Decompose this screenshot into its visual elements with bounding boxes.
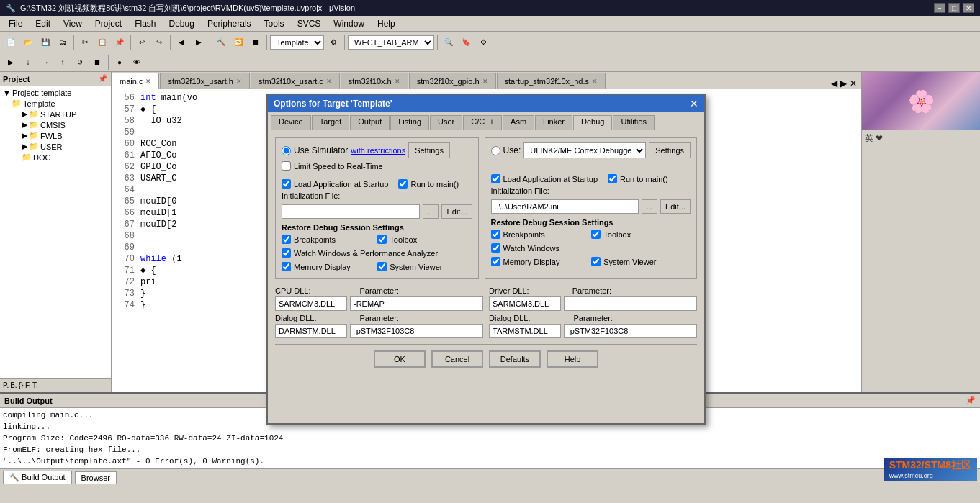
- tab-output[interactable]: Output: [350, 115, 390, 130]
- func-tab[interactable]: {} F.: [19, 381, 31, 389]
- menu-project[interactable]: Project: [89, 17, 127, 30]
- driver-dll-input[interactable]: [489, 296, 561, 311]
- paste-button[interactable]: 📌: [112, 35, 127, 50]
- nav-back-button[interactable]: ◀: [174, 35, 189, 50]
- tab-gpio-h-close[interactable]: ✕: [482, 78, 488, 85]
- tab-user[interactable]: User: [430, 115, 462, 130]
- run-to-main-checkbox[interactable]: [398, 179, 408, 189]
- modal-close-button[interactable]: ✕: [690, 98, 698, 109]
- menu-help[interactable]: Help: [372, 17, 401, 30]
- tab-usart-h-close[interactable]: ✕: [236, 78, 242, 85]
- init-file-edit-left[interactable]: Edit...: [441, 204, 472, 219]
- save-all-button[interactable]: 🗂: [55, 35, 71, 50]
- tab-usart-h[interactable]: stm32f10x_usart.h ✕: [160, 73, 250, 89]
- maximize-button[interactable]: □: [948, 3, 960, 13]
- init-file-input-left[interactable]: [282, 204, 420, 219]
- debug-start-button[interactable]: ▶: [3, 55, 19, 71]
- watch-windows-checkbox-right[interactable]: [491, 243, 500, 253]
- target-options-button[interactable]: ⚙: [325, 35, 341, 50]
- ok-button[interactable]: OK: [374, 350, 426, 368]
- tab-usart-c[interactable]: stm32f10x_usart.c ✕: [251, 73, 340, 89]
- open-file-button[interactable]: 📂: [20, 35, 36, 50]
- browser-tab[interactable]: Browser: [75, 471, 117, 484]
- tmpl-tab[interactable]: T.: [32, 381, 38, 389]
- tab-device[interactable]: Device: [271, 115, 311, 130]
- with-restrictions-link[interactable]: with restrictions: [351, 146, 405, 155]
- run-to-main-checkbox-right[interactable]: [608, 174, 617, 183]
- watch-windows-checkbox-left[interactable]: [282, 248, 291, 258]
- rebuild-button[interactable]: 🔁: [230, 35, 246, 50]
- cpu-param-input[interactable]: [350, 296, 483, 311]
- menu-tools[interactable]: Tools: [259, 17, 290, 30]
- debugger-combo[interactable]: ULINK2/ME Cortex Debugger: [523, 142, 646, 158]
- tab-target[interactable]: Target: [312, 115, 350, 130]
- tab-close-all[interactable]: ✕: [848, 78, 858, 89]
- copy-button[interactable]: 📋: [94, 35, 110, 50]
- menu-file[interactable]: File: [3, 17, 28, 30]
- load-app-checkbox[interactable]: [282, 179, 291, 189]
- simulator-settings-button[interactable]: Settings: [408, 142, 450, 158]
- driver-param-input[interactable]: [564, 296, 697, 311]
- tab-stm32-h[interactable]: stm32f10x.h ✕: [341, 73, 408, 89]
- tree-user[interactable]: ▶ 📁 USER: [1, 141, 109, 152]
- tab-gpio-h[interactable]: stm32f10x_gpio.h ✕: [409, 73, 496, 89]
- driver-dialog-param-input[interactable]: [564, 324, 697, 338]
- load-app-checkbox-right[interactable]: [491, 174, 500, 183]
- tree-doc[interactable]: 📁 DOC: [1, 152, 109, 163]
- cancel-button[interactable]: Cancel: [431, 350, 483, 368]
- menu-edit[interactable]: Edit: [30, 17, 56, 30]
- tree-fwlb[interactable]: ▶ 📁 FWLB: [1, 130, 109, 141]
- init-file-edit-right[interactable]: Edit...: [660, 199, 691, 214]
- tree-cmsis[interactable]: ▶ 📁 CMSIS: [1, 119, 109, 130]
- undo-button[interactable]: ↩: [134, 35, 150, 50]
- tab-cc[interactable]: C/C++: [463, 115, 502, 130]
- menu-peripherals[interactable]: Peripherals: [202, 17, 257, 30]
- wect-combo[interactable]: WECT_TAB_ARM: [348, 35, 434, 50]
- toolbox-checkbox-left[interactable]: [377, 235, 387, 244]
- use-simulator-radio[interactable]: [282, 146, 291, 155]
- tree-template[interactable]: 📁 Template: [1, 98, 109, 109]
- use-debugger-radio[interactable]: [491, 146, 500, 155]
- breakpoints-checkbox-left[interactable]: [282, 235, 291, 244]
- tab-linker[interactable]: Linker: [535, 115, 572, 130]
- search-button[interactable]: 🔍: [441, 35, 457, 50]
- tab-nav-left[interactable]: ◀: [830, 78, 839, 89]
- system-viewer-checkbox-left[interactable]: [377, 262, 387, 271]
- tab-nav-right[interactable]: ▶: [839, 78, 848, 89]
- tab-startup-close[interactable]: ✕: [592, 78, 598, 85]
- system-viewer-checkbox-right[interactable]: [591, 257, 601, 266]
- init-file-browse-right[interactable]: ...: [642, 199, 657, 214]
- stop-button[interactable]: ⏹: [248, 35, 264, 50]
- tree-startup[interactable]: ▶ 📁 STARTUP: [1, 109, 109, 119]
- toolbox-checkbox-right[interactable]: [591, 230, 601, 239]
- debug-step-button[interactable]: ↓: [20, 55, 36, 71]
- driver-dialog-dll-input[interactable]: [489, 324, 561, 338]
- tab-debug[interactable]: Debug: [573, 115, 612, 130]
- memory-display-checkbox-left[interactable]: [282, 262, 291, 271]
- limit-speed-checkbox[interactable]: [282, 161, 291, 171]
- breakpoints-checkbox-right[interactable]: [491, 230, 500, 239]
- dialog-dll-input[interactable]: [275, 324, 347, 338]
- tab-main-c[interactable]: main.c ✕: [112, 73, 159, 89]
- debug-reset[interactable]: ↺: [72, 55, 88, 71]
- init-file-input-right[interactable]: [491, 199, 639, 214]
- watch-button[interactable]: 👁: [129, 55, 145, 71]
- bookmark-button[interactable]: 🔖: [458, 35, 474, 50]
- build-button[interactable]: 🔨: [213, 35, 229, 50]
- menu-debug[interactable]: Debug: [163, 17, 200, 30]
- tab-startup[interactable]: startup_stm32f10x_hd.s ✕: [497, 73, 606, 89]
- tree-project-root[interactable]: ▼ Project: template: [1, 88, 109, 98]
- cut-button[interactable]: ✂: [77, 35, 93, 50]
- settings-button[interactable]: ⚙: [475, 35, 491, 50]
- breakpoint-button[interactable]: ●: [112, 55, 127, 71]
- defaults-button[interactable]: Defaults: [489, 350, 541, 368]
- menu-window[interactable]: Window: [328, 17, 370, 30]
- menu-svcs[interactable]: SVCS: [292, 17, 327, 30]
- target-combo[interactable]: Template: [270, 35, 324, 50]
- debug-step-over[interactable]: →: [37, 55, 53, 71]
- build-output-tab[interactable]: 🔨 Build Output: [3, 471, 72, 484]
- init-file-browse-left[interactable]: ...: [423, 204, 439, 219]
- debug-stop[interactable]: ⏹: [89, 55, 105, 71]
- close-button[interactable]: ✕: [963, 3, 974, 13]
- tab-asm[interactable]: Asm: [503, 115, 534, 130]
